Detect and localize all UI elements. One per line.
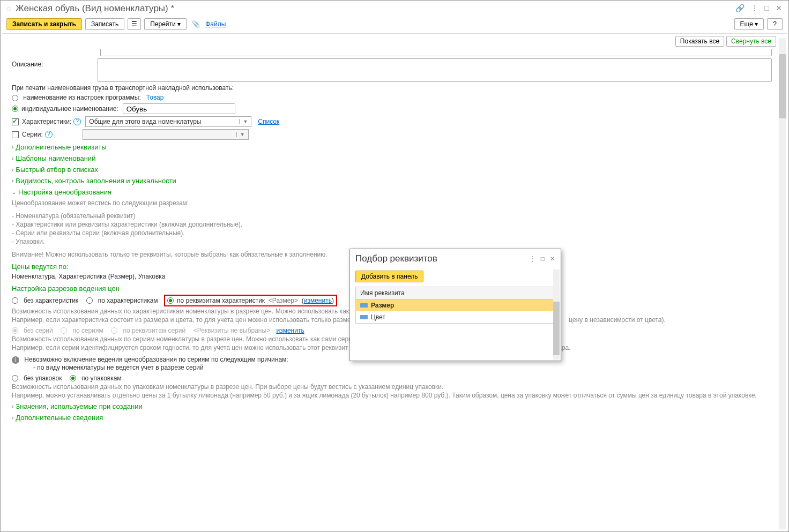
- characteristics-select[interactable]: Общие для этого вида номенклатуры▼: [85, 116, 251, 127]
- link-icon[interactable]: 🔗: [735, 4, 745, 12]
- popup-title: Подбор реквизитов: [355, 253, 529, 264]
- radio-by-series: [61, 327, 67, 334]
- collapse-all-button[interactable]: Свернуть все: [726, 36, 776, 47]
- change-series-link[interactable]: изменить: [276, 327, 304, 334]
- series-checkbox[interactable]: [12, 131, 19, 138]
- popup-row-color[interactable]: Цвет: [356, 311, 555, 323]
- radio-by-series-props: [111, 327, 117, 334]
- tag-icon: [360, 315, 368, 319]
- goto-button[interactable]: Перейти ▾: [144, 18, 187, 30]
- radio-no-pack[interactable]: [12, 375, 18, 381]
- window-title: Женская обувь (Вид номенклатуры) *: [16, 3, 174, 14]
- popup-close-icon[interactable]: ✕: [550, 255, 555, 263]
- main-scrollbar[interactable]: [779, 38, 786, 529]
- radio-individual-name[interactable]: [12, 106, 18, 112]
- list-icon-button[interactable]: ☰: [128, 18, 141, 30]
- section-pricing[interactable]: ⌄Настройка ценообразования: [12, 188, 777, 196]
- menu-icon[interactable]: ⋮: [751, 4, 758, 12]
- section-templates[interactable]: ›Шаблоны наименований: [12, 154, 777, 162]
- show-all-button[interactable]: Показать все: [675, 36, 724, 47]
- section-create-values[interactable]: ›Значения, используемые при создании: [12, 402, 777, 410]
- characteristics-checkbox[interactable]: [12, 118, 19, 125]
- list-link[interactable]: Список: [258, 118, 279, 125]
- description-label: Описание:: [12, 58, 98, 68]
- radio-by-char[interactable]: [86, 297, 93, 304]
- highlight-box: по реквизитам характеристик <Размер> (из…: [164, 295, 337, 306]
- description-field[interactable]: [98, 58, 772, 82]
- radio-by-char-props[interactable]: [167, 297, 174, 304]
- popup-row-size[interactable]: Размер: [356, 299, 555, 311]
- maximize-icon[interactable]: □: [765, 4, 769, 12]
- series-select[interactable]: ▼: [83, 129, 249, 140]
- clip-icon[interactable]: 📎: [192, 20, 200, 28]
- files-link[interactable]: Файлы: [205, 20, 226, 28]
- section-visibility[interactable]: ›Видимость, контроль заполнения и уникал…: [12, 177, 777, 185]
- help-characteristics[interactable]: ?: [73, 118, 81, 125]
- tovar-link[interactable]: Товар: [146, 94, 164, 101]
- radio-program-name[interactable]: [12, 95, 18, 101]
- close-icon[interactable]: ✕: [776, 4, 782, 12]
- section-additional-props[interactable]: ›Дополнительные реквизиты: [12, 143, 777, 151]
- individual-name-input[interactable]: [123, 103, 235, 114]
- popup-menu-icon[interactable]: ⋮: [529, 255, 535, 263]
- star-icon[interactable]: ☆: [5, 4, 12, 13]
- add-panel-button[interactable]: Добавить в панель: [355, 271, 423, 282]
- info-icon: i: [12, 356, 19, 364]
- save-button[interactable]: Записать: [85, 18, 124, 30]
- save-close-button[interactable]: Записать и закрыть: [6, 18, 82, 30]
- radio-by-pack[interactable]: [70, 375, 76, 381]
- radio-no-series: [12, 327, 18, 334]
- radio-no-char[interactable]: [12, 297, 18, 304]
- popup-max-icon[interactable]: □: [541, 255, 545, 263]
- section-additional-info[interactable]: ›Дополнительные сведения: [12, 414, 777, 422]
- print-note: При печати наименования груза в транспор…: [12, 84, 777, 92]
- change-link[interactable]: изменить: [304, 297, 332, 304]
- tag-icon: [360, 303, 368, 308]
- popup-requisites: Подбор реквизитов ⋮ □ ✕ Добавить в панел…: [349, 249, 561, 361]
- more-button[interactable]: Еще ▾: [734, 18, 764, 30]
- popup-column-header[interactable]: Имя реквизита: [356, 287, 555, 299]
- popup-scrollbar[interactable]: [553, 269, 560, 359]
- help-button[interactable]: ?: [767, 18, 783, 30]
- section-quick-filter[interactable]: ›Быстрый отбор в списках: [12, 166, 777, 174]
- help-series[interactable]: ?: [45, 131, 53, 138]
